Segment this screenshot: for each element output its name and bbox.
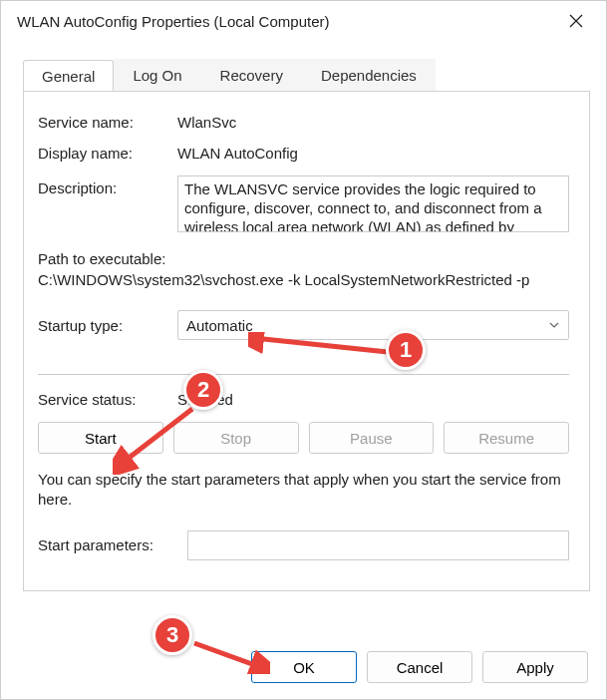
display-name-label: Display name: <box>38 145 177 162</box>
service-name-label: Service name: <box>38 114 177 131</box>
close-button[interactable] <box>554 5 598 37</box>
startup-type-select[interactable]: Automatic <box>177 310 569 340</box>
chevron-down-icon <box>548 319 560 331</box>
hint-text: You can specify the start parameters tha… <box>38 470 569 511</box>
properties-dialog: WLAN AutoConfig Properties (Local Comput… <box>0 0 607 700</box>
service-name-value: WlanSvc <box>177 114 569 131</box>
start-params-input[interactable] <box>187 530 569 560</box>
stop-button: Stop <box>173 422 299 454</box>
tab-recovery[interactable]: Recovery <box>201 59 302 91</box>
description-box[interactable]: The WLANSVC service provides the logic r… <box>177 175 569 232</box>
service-status-label: Service status: <box>38 391 177 408</box>
startup-type-label: Startup type: <box>38 317 177 334</box>
resume-button: Resume <box>444 422 569 454</box>
start-button[interactable]: Start <box>38 422 163 454</box>
path-label: Path to executable: <box>38 250 569 267</box>
dialog-footer: OK Cancel Apply <box>251 651 588 683</box>
tab-dependencies[interactable]: Dependencies <box>302 59 436 91</box>
window-title: WLAN AutoConfig Properties (Local Comput… <box>17 13 554 30</box>
ok-button[interactable]: OK <box>251 651 357 683</box>
cancel-button[interactable]: Cancel <box>367 651 472 683</box>
startup-type-value: Automatic <box>186 317 253 334</box>
tab-panel: Service name: WlanSvc Display name: WLAN… <box>23 91 590 591</box>
apply-button[interactable]: Apply <box>482 651 588 683</box>
tabstrip: General Log On Recovery Dependencies <box>23 59 590 91</box>
description-label: Description: <box>38 175 177 196</box>
start-params-label: Start parameters: <box>38 536 187 553</box>
separator <box>38 374 569 375</box>
annotation-badge-3: 3 <box>152 615 192 655</box>
tab-logon[interactable]: Log On <box>114 59 200 91</box>
close-icon <box>569 14 583 28</box>
tab-general[interactable]: General <box>23 60 114 92</box>
pause-button: Pause <box>309 422 435 454</box>
path-value: C:\WINDOWS\system32\svchost.exe -k Local… <box>38 271 569 288</box>
titlebar: WLAN AutoConfig Properties (Local Comput… <box>1 1 606 41</box>
service-status-value: Stopped <box>177 391 569 408</box>
display-name-value: WLAN AutoConfig <box>177 145 569 162</box>
